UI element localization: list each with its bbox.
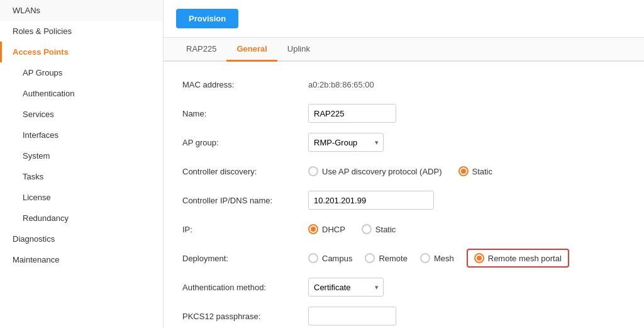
ap-group-row: AP group: RMP-Group default ▾ <box>182 132 625 152</box>
controller-discovery-label: Controller discovery: <box>182 167 308 176</box>
sidebar-item-system[interactable]: System <box>0 145 163 166</box>
mac-address-value: a0:2b:b8:86:65:00 <box>308 80 374 89</box>
tab-general[interactable]: General <box>226 38 277 62</box>
controller-ip-row: Controller IP/DNS name: <box>182 190 625 210</box>
discovery-adp-option[interactable]: Use AP discovery protocol (ADP) <box>308 166 442 176</box>
pkcs12-label: PKCS12 passphrase: <box>182 312 308 321</box>
deployment-campus-radio-icon <box>308 253 318 263</box>
ip-static-radio-icon <box>362 224 372 234</box>
deployment-remote-radio-icon <box>365 253 375 263</box>
tabs-container: RAP225GeneralUplink <box>164 38 644 62</box>
sidebar-item-license[interactable]: License <box>0 187 163 208</box>
sidebar-item-redundancy[interactable]: Redundancy <box>0 208 163 229</box>
mac-address-label: MAC address: <box>182 80 308 89</box>
ip-static-label: Static <box>375 225 396 234</box>
tab-rap225[interactable]: RAP225 <box>176 38 226 62</box>
name-label: Name: <box>182 109 308 118</box>
mac-address-row: MAC address: a0:2b:b8:86:65:00 <box>182 74 625 94</box>
pkcs12-input[interactable] <box>308 307 396 325</box>
sidebar-item-tasks[interactable]: Tasks <box>0 166 163 187</box>
sidebar-item-wlans[interactable]: WLANs <box>0 0 163 21</box>
tab-uplink[interactable]: Uplink <box>277 38 320 62</box>
auth-method-label: Authentication method: <box>182 283 308 292</box>
deployment-label: Deployment: <box>182 254 308 263</box>
sidebar-item-authentication[interactable]: Authentication <box>0 83 163 104</box>
sidebar-item-ap-groups[interactable]: AP Groups <box>0 62 163 83</box>
deployment-row: Deployment: Campus Remote Mesh <box>182 248 625 268</box>
deployment-options: Campus Remote Mesh Remote mesh portal <box>308 249 569 268</box>
discovery-static-option[interactable]: Static <box>458 166 493 176</box>
discovery-static-label: Static <box>472 167 493 176</box>
ap-group-select-wrap: RMP-Group default ▾ <box>308 133 384 152</box>
ip-dhcp-option[interactable]: DHCP <box>308 224 345 234</box>
discovery-static-radio-icon <box>458 166 469 176</box>
provision-button[interactable]: Provision <box>176 9 238 28</box>
ap-group-label: AP group: <box>182 138 308 147</box>
controller-discovery-row: Controller discovery: Use AP discovery p… <box>182 161 625 181</box>
deployment-campus-label: Campus <box>322 254 352 263</box>
name-input-area <box>308 104 396 123</box>
auth-method-select[interactable]: Certificate PSK <box>308 278 384 297</box>
mac-address-value-area: a0:2b:b8:86:65:00 <box>308 80 374 89</box>
sidebar-item-maintenance[interactable]: Maintenance <box>0 249 163 270</box>
ip-dhcp-radio-icon <box>308 224 318 234</box>
pkcs12-row: PKCS12 passphrase: <box>182 306 625 326</box>
controller-ip-input-area <box>308 191 434 210</box>
auth-method-row: Authentication method: Certificate PSK ▾ <box>182 277 625 297</box>
name-row: Name: <box>182 103 625 123</box>
main-content: Provision RAP225GeneralUplink MAC addres… <box>164 0 644 328</box>
top-bar: Provision <box>164 0 644 38</box>
deployment-remote-label: Remote <box>379 254 408 263</box>
sidebar-item-diagnostics[interactable]: Diagnostics <box>0 229 163 249</box>
auth-method-select-area: Certificate PSK ▾ <box>308 278 384 297</box>
ip-label: IP: <box>182 225 308 234</box>
ip-row: IP: DHCP Static <box>182 219 625 239</box>
sidebar-item-access-points[interactable]: Access Points <box>0 42 163 62</box>
name-input[interactable] <box>308 104 396 123</box>
sidebar-item-services[interactable]: Services <box>0 104 163 125</box>
controller-ip-input[interactable] <box>308 191 434 210</box>
sidebar-item-interfaces[interactable]: Interfaces <box>0 125 163 145</box>
deployment-mesh-radio-icon <box>420 253 430 263</box>
auth-method-select-wrap: Certificate PSK ▾ <box>308 278 384 297</box>
ip-static-option[interactable]: Static <box>362 224 396 234</box>
discovery-adp-label: Use AP discovery protocol (ADP) <box>322 167 442 176</box>
form-area: MAC address: a0:2b:b8:86:65:00 Name: AP … <box>164 62 644 328</box>
discovery-adp-radio-icon <box>308 166 318 176</box>
deployment-remote-option[interactable]: Remote <box>365 253 408 263</box>
controller-ip-label: Controller IP/DNS name: <box>182 196 308 205</box>
deployment-remote-mesh-portal-box[interactable]: Remote mesh portal <box>467 249 569 268</box>
deployment-mesh-option[interactable]: Mesh <box>420 253 454 263</box>
ap-group-select-area: RMP-Group default ▾ <box>308 133 384 152</box>
ip-dhcp-label: DHCP <box>322 225 345 234</box>
controller-discovery-options: Use AP discovery protocol (ADP) Static <box>308 166 492 176</box>
deployment-rmp-radio-icon <box>474 253 484 263</box>
ip-options: DHCP Static <box>308 224 396 234</box>
deployment-rmp-label: Remote mesh portal <box>488 254 562 263</box>
pkcs12-input-area <box>308 307 396 325</box>
sidebar-item-roles-policies[interactable]: Roles & Policies <box>0 21 163 42</box>
ap-group-select[interactable]: RMP-Group default <box>308 133 384 152</box>
deployment-campus-option[interactable]: Campus <box>308 253 352 263</box>
deployment-rmp-option[interactable]: Remote mesh portal <box>474 253 562 263</box>
deployment-mesh-label: Mesh <box>434 254 454 263</box>
sidebar: WLANsRoles & PoliciesAccess PointsAP Gro… <box>0 0 164 328</box>
